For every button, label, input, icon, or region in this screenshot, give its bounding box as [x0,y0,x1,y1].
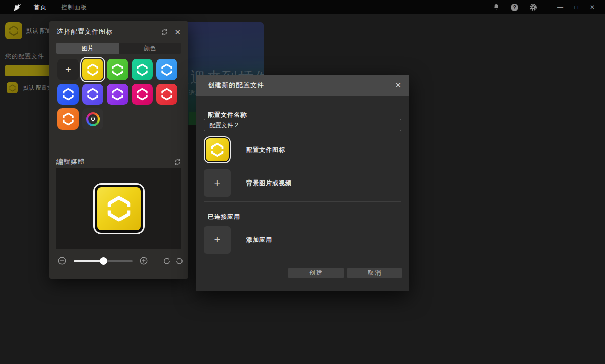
selected-profile-icon[interactable] [204,136,231,163]
nav-home[interactable]: 首页 [34,3,47,12]
help-icon[interactable]: ? [510,3,519,12]
create-button[interactable]: 创建 [288,268,344,278]
corsair-logo-icon [13,3,24,12]
background-media-label: 背景图片或视频 [246,179,292,188]
icon-tile-magenta[interactable] [132,84,153,105]
add-background-button[interactable]: + [204,169,231,197]
icon-tile-grid: + [57,59,182,130]
profile-icon-row[interactable]: 配置文件图标 [204,136,285,163]
icon-tile-emerald[interactable] [132,59,153,80]
notifications-icon[interactable] [492,3,500,12]
zoom-controls [49,255,188,268]
cancel-button[interactable]: 取消 [347,268,402,278]
icon-tile-green[interactable] [107,59,128,80]
create-profile-modal: 创建新的配置文件 ✕ 配置文件名称 配置文件图标 + 背景图片或视频 已连接应用… [196,75,409,291]
refresh-icon[interactable] [174,158,182,166]
zoom-slider[interactable] [74,260,133,262]
main-nav: 首页 控制面板 [34,3,87,12]
rotate-ccw-icon[interactable] [162,257,170,264]
tab-image[interactable]: 图片 [56,43,119,54]
modal-title: 创建新的配置文件 [208,81,264,90]
background-media-row[interactable]: + 背景图片或视频 [204,169,292,197]
refresh-icon[interactable] [161,28,168,36]
icon-tile-orange[interactable] [57,108,79,130]
profile-icon-picker-popup: 选择配置文件图标 ✕ 图片 颜色 + 編輯媒體 [49,21,188,279]
picker-close-icon[interactable]: ✕ [174,28,181,36]
modal-divider [204,201,401,202]
picker-tabs: 图片 颜色 [56,43,181,54]
modal-header: 创建新的配置文件 ✕ [196,75,409,96]
add-app-label: 添加应用 [246,236,272,245]
add-app-button[interactable]: + [204,226,231,254]
tab-color[interactable]: 颜色 [119,43,182,54]
icon-tile-blue[interactable] [57,84,79,105]
icon-tile-yellow[interactable] [82,59,103,80]
icon-tile-red[interactable] [156,84,177,105]
profile-name-input[interactable] [204,119,401,131]
media-preview-area[interactable] [56,168,181,249]
icon-tile-azure[interactable] [156,59,177,80]
profile-name-label: 配置文件名称 [208,111,247,119]
profile-icon-label: 配置文件图标 [246,146,285,154]
zoom-slider-thumb[interactable] [100,257,107,265]
maximize-button[interactable]: □ [571,2,582,12]
add-app-row[interactable]: + 添加应用 [204,226,272,254]
close-window-button[interactable]: ✕ [587,2,598,12]
zoom-out-icon[interactable] [57,256,67,265]
edit-media-label: 編輯媒體 [56,157,85,166]
icue-logo-tile[interactable] [82,108,103,130]
selected-icon-preview [93,183,145,234]
add-icon-tile[interactable]: + [57,59,79,80]
rotate-cw-icon[interactable] [175,257,183,264]
settings-gear-icon[interactable] [529,3,537,12]
icon-tile-purple[interactable] [107,84,128,105]
nav-dashboard[interactable]: 控制面板 [61,3,87,12]
zoom-in-icon[interactable] [139,256,148,265]
connected-apps-label: 已连接应用 [208,213,240,221]
title-bar: 首页 控制面板 ? — □ ✕ [0,0,605,14]
minimize-button[interactable]: — [555,2,566,12]
picker-title: 选择配置文件图标 [56,27,113,36]
icon-tile-indigo[interactable] [82,84,103,105]
modal-close-icon[interactable]: ✕ [395,81,401,90]
